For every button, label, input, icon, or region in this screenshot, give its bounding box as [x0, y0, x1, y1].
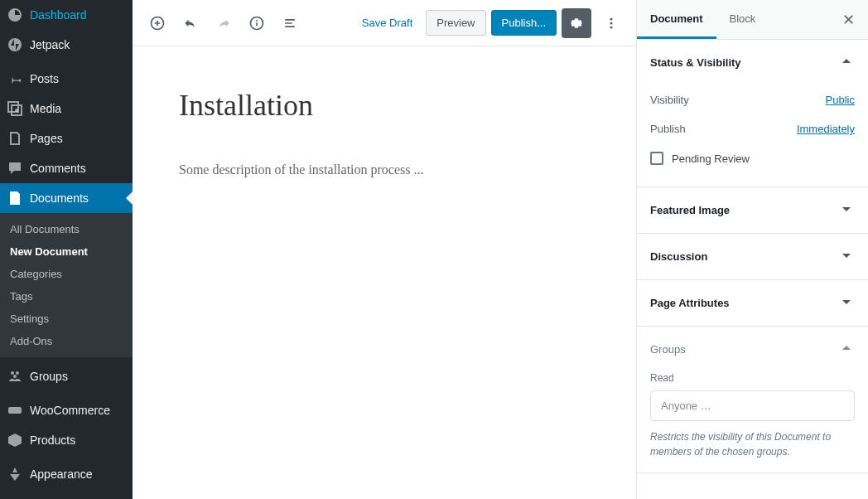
admin-sidebar: Dashboard Jetpack Posts Media Pages Comm…	[0, 0, 133, 499]
pending-review-checkbox[interactable]	[650, 152, 663, 165]
chevron-down-icon	[838, 293, 855, 312]
panel-header-groups[interactable]: Groups	[637, 327, 868, 372]
submenu-new-document[interactable]: New Document	[0, 240, 133, 263]
tab-block[interactable]: Block	[716, 0, 769, 39]
panel-title: Page Attributes	[650, 297, 730, 309]
sidebar-item-dashboard[interactable]: Dashboard	[0, 0, 133, 30]
pending-review-row[interactable]: Pending Review	[650, 143, 855, 173]
sidebar-item-label: Groups	[30, 370, 68, 383]
groups-icon	[7, 368, 23, 385]
chevron-up-icon	[838, 53, 855, 72]
sidebar-item-appearance[interactable]: Appearance	[0, 459, 133, 489]
inspector-tabs: Document Block ✕	[637, 0, 868, 40]
svg-point-1	[15, 109, 18, 112]
submenu-categories[interactable]: Categories	[0, 263, 133, 285]
sidebar-submenu: All Documents New Document Categories Ta…	[0, 213, 133, 357]
sidebar-item-posts[interactable]: Posts	[0, 64, 133, 94]
post-content[interactable]: Some description of the installation pro…	[179, 162, 590, 177]
chevron-down-icon	[838, 247, 855, 266]
outline-button[interactable]	[275, 8, 305, 38]
sidebar-item-comments[interactable]: Comments	[0, 153, 133, 183]
svg-rect-5	[8, 407, 22, 414]
sidebar-item-woocommerce[interactable]: WooCommerce	[0, 395, 133, 425]
chevron-up-icon	[838, 340, 855, 359]
sidebar-item-label: Appearance	[30, 468, 93, 481]
panel-header-page-attributes[interactable]: Page Attributes	[637, 280, 868, 326]
sidebar-item-label: Comments	[30, 162, 86, 175]
appearance-icon	[7, 466, 23, 482]
visibility-label: Visibility	[650, 94, 689, 106]
media-icon	[7, 100, 23, 117]
svg-point-3	[16, 371, 19, 375]
close-inspector-button[interactable]: ✕	[828, 0, 868, 39]
submenu-all-documents[interactable]: All Documents	[0, 218, 133, 240]
svg-point-0	[8, 38, 22, 51]
products-icon	[7, 432, 23, 448]
post-title[interactable]: Installation	[179, 88, 590, 123]
comment-icon	[7, 160, 23, 177]
publish-value[interactable]: Immediately	[797, 123, 855, 135]
sidebar-item-label: Pages	[30, 132, 63, 145]
sidebar-item-label: WooCommerce	[30, 404, 110, 417]
redo-button[interactable]	[209, 8, 239, 38]
sidebar-item-products[interactable]: Products	[0, 425, 133, 455]
editor-column: Save Draft Preview Publish... Installati…	[133, 0, 636, 499]
sidebar-item-jetpack[interactable]: Jetpack	[0, 30, 133, 60]
save-draft-button[interactable]: Save Draft	[354, 10, 421, 36]
groups-read-label: Read	[637, 372, 868, 384]
publish-button[interactable]: Publish...	[491, 10, 557, 36]
settings-button[interactable]	[562, 8, 591, 38]
jetpack-icon	[7, 36, 23, 53]
svg-point-8	[256, 19, 258, 21]
svg-point-10	[610, 22, 613, 24]
document-icon	[7, 190, 23, 206]
panel-status-visibility: Status & Visibility Visibility Public Pu…	[637, 40, 868, 187]
pending-review-label: Pending Review	[672, 153, 750, 165]
svg-point-4	[13, 375, 17, 378]
panel-title: Status & Visibility	[650, 56, 741, 69]
more-menu-button[interactable]	[596, 8, 626, 38]
sidebar-item-label: Jetpack	[30, 38, 70, 51]
svg-point-11	[610, 26, 613, 28]
sidebar-item-label: Dashboard	[30, 8, 87, 22]
dashboard-icon	[7, 7, 23, 23]
sidebar-item-media[interactable]: Media	[0, 94, 133, 124]
visibility-value[interactable]: Public	[826, 94, 855, 106]
undo-button[interactable]	[176, 8, 205, 38]
editor-toolbar: Save Draft Preview Publish...	[133, 0, 636, 46]
publish-label: Publish	[650, 123, 686, 135]
main: Save Draft Preview Publish... Installati…	[133, 0, 868, 499]
svg-point-2	[11, 371, 14, 375]
panel-header-discussion[interactable]: Discussion	[637, 234, 868, 279]
sidebar-item-groups[interactable]: Groups	[0, 361, 133, 391]
panel-title: Discussion	[650, 250, 707, 263]
svg-point-9	[610, 17, 613, 20]
submenu-addons[interactable]: Add-Ons	[0, 330, 133, 352]
panel-header-status[interactable]: Status & Visibility	[637, 40, 868, 85]
sidebar-item-label: Media	[30, 102, 61, 115]
page-icon	[7, 130, 23, 147]
panel-title: Featured Image	[650, 204, 730, 216]
sidebar-item-documents[interactable]: Documents	[0, 183, 133, 213]
submenu-tags[interactable]: Tags	[0, 285, 133, 308]
info-button[interactable]	[242, 8, 272, 38]
add-block-button[interactable]	[142, 8, 172, 38]
pin-icon	[7, 70, 23, 87]
tab-document[interactable]: Document	[637, 0, 716, 39]
sidebar-item-label: Posts	[30, 72, 59, 85]
sidebar-item-pages[interactable]: Pages	[0, 124, 133, 153]
woo-icon	[7, 402, 23, 419]
groups-help-text: Restricts the visibility of this Documen…	[637, 429, 868, 472]
submenu-settings[interactable]: Settings	[0, 308, 133, 330]
inspector-sidebar: Document Block ✕ Status & Visibility Vis…	[636, 0, 868, 499]
sidebar-item-label: Documents	[30, 191, 89, 205]
editor-body[interactable]: Installation Some description of the ins…	[133, 46, 636, 499]
chevron-down-icon	[838, 201, 855, 220]
groups-read-input[interactable]: Anyone …	[650, 390, 855, 421]
preview-button[interactable]: Preview	[426, 10, 485, 36]
panel-header-featured-image[interactable]: Featured Image	[637, 187, 868, 233]
panel-title: Groups	[650, 343, 686, 356]
sidebar-item-label: Products	[30, 434, 75, 447]
